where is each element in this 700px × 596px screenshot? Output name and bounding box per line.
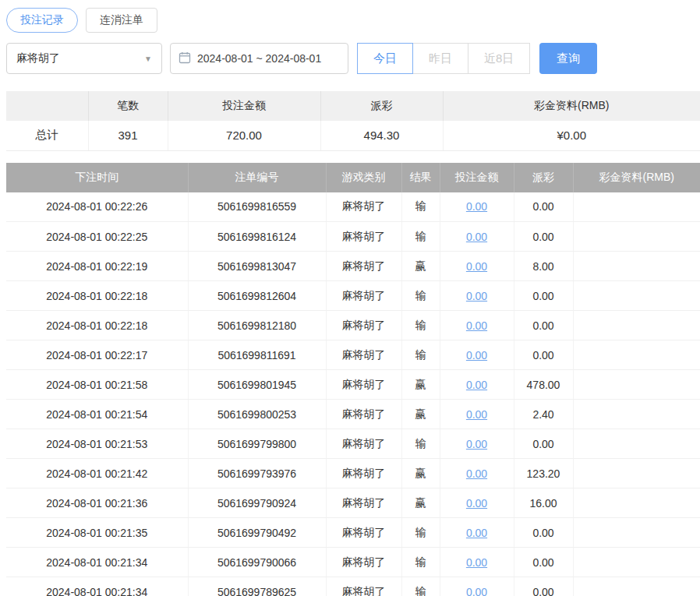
bet-records-table: 下注时间 注单编号 游戏类别 结果 投注金额 派彩 彩金资料(RMB) 2024… [6,163,700,596]
summary-header-bonus: 彩金资料(RMB) [443,91,700,121]
bet-amount-link[interactable]: 0.00 [466,556,487,569]
header-payout: 派彩 [514,163,573,192]
bet-amount-link[interactable]: 0.00 [466,349,487,361]
bet-time-cell: 2024-08-01 00:21:58 [6,370,188,400]
bet-amount-link[interactable]: 0.00 [466,497,487,510]
game-type-cell: 麻将胡了 [326,518,401,548]
bet-time-cell: 2024-08-01 00:21:36 [6,488,188,518]
bet-amount-link[interactable]: 0.00 [466,467,487,480]
table-row: 2024-08-01 00:22:175061699811691麻将胡了输0.0… [6,340,700,370]
bet-amount-link[interactable]: 0.00 [466,408,487,421]
table-row: 2024-08-01 00:22:185061699812180麻将胡了输0.0… [6,311,700,340]
game-type-cell: 麻将胡了 [326,488,401,518]
game-select-value: 麻将胡了 [16,51,60,65]
filter-bar: 麻将胡了 ▼ 2024-08-01 ~ 2024-08-01 今日 昨日 近8日… [6,43,700,74]
table-row: 2024-08-01 00:21:585061699801945麻将胡了赢0.0… [6,370,700,400]
bet-time-cell: 2024-08-01 00:22:19 [6,252,188,281]
quick-date-group: 今日 昨日 近8日 [358,43,530,74]
summary-payout-value: 494.30 [320,121,443,150]
bet-amount-link[interactable]: 0.00 [466,438,487,450]
date-range-input[interactable]: 2024-08-01 ~ 2024-08-01 [170,43,348,74]
result-cell: 输 [401,518,440,548]
bet-amount-link[interactable]: 0.00 [466,260,487,273]
bet-amount-cell: 0.00 [440,400,514,429]
table-row: 2024-08-01 00:21:365061699790924麻将胡了赢0.0… [6,488,700,518]
summary-total-label: 总计 [6,121,88,150]
table-row: 2024-08-01 00:22:195061699813047麻将胡了赢0.0… [6,252,700,281]
quick-btn-last8days[interactable]: 近8日 [468,43,530,74]
bet-time-cell: 2024-08-01 00:22:18 [6,311,188,340]
table-row: 2024-08-01 00:22:265061699816559麻将胡了输0.0… [6,192,700,222]
order-id-cell: 5061699793976 [188,459,326,488]
table-row: 2024-08-01 00:21:425061699793976麻将胡了赢0.0… [6,459,700,488]
game-type-cell: 麻将胡了 [326,548,401,577]
game-type-cell: 麻将胡了 [326,459,401,488]
bonus-cell [573,192,700,222]
bet-time-cell: 2024-08-01 00:22:26 [6,192,188,222]
payout-cell: 16.00 [514,488,573,518]
result-cell: 赢 [401,252,440,281]
payout-cell: 0.00 [514,222,573,252]
order-id-cell: 5061699812604 [188,281,326,311]
tab-bet-records[interactable]: 投注记录 [6,8,78,33]
search-button[interactable]: 查询 [539,43,597,74]
quick-btn-yesterday[interactable]: 昨日 [412,43,468,74]
bonus-cell [573,252,700,281]
result-cell: 赢 [401,370,440,400]
result-cell: 输 [401,281,440,311]
bet-amount-cell: 0.00 [440,518,514,548]
top-tabs: 投注记录 连消注单 [6,8,700,33]
header-game-type: 游戏类别 [326,163,401,192]
payout-cell: 0.00 [514,311,573,340]
page-root: 投注记录 连消注单 麻将胡了 ▼ 2024-08-01 ~ 2024-08-01… [0,0,700,596]
summary-count-value: 391 [88,121,168,150]
bet-amount-link[interactable]: 0.00 [466,586,487,596]
bonus-cell [573,488,700,518]
bet-time-cell: 2024-08-01 00:22:17 [6,340,188,370]
bet-amount-cell: 0.00 [440,548,514,577]
summary-total-row: 总计 391 720.00 494.30 ¥0.00 [6,121,700,150]
order-id-cell: 5061699800253 [188,400,326,429]
payout-cell: 0.00 [514,340,573,370]
bet-time-cell: 2024-08-01 00:21:53 [6,429,188,459]
bet-amount-link[interactable]: 0.00 [466,231,487,243]
order-id-cell: 5061699790492 [188,518,326,548]
game-type-cell: 麻将胡了 [326,281,401,311]
bet-amount-link[interactable]: 0.00 [466,527,487,539]
bet-time-cell: 2024-08-01 00:21:42 [6,459,188,488]
game-select[interactable]: 麻将胡了 ▼ [6,43,162,74]
bonus-cell [573,518,700,548]
bet-amount-cell: 0.00 [440,281,514,311]
chevron-down-icon: ▼ [144,55,152,63]
payout-cell: 2.40 [514,400,573,429]
game-type-cell: 麻将胡了 [326,252,401,281]
bet-amount-cell: 0.00 [440,340,514,370]
order-id-cell: 5061699789625 [188,577,326,596]
table-row: 2024-08-01 00:21:345061699789625麻将胡了输0.0… [6,577,700,596]
game-type-cell: 麻将胡了 [326,577,401,596]
bet-amount-cell: 0.00 [440,577,514,596]
bet-table-header-row: 下注时间 注单编号 游戏类别 结果 投注金额 派彩 彩金资料(RMB) [6,163,700,192]
bonus-cell [573,311,700,340]
header-bet-time: 下注时间 [6,163,188,192]
bet-amount-cell: 0.00 [440,488,514,518]
bonus-cell [573,459,700,488]
bet-amount-link[interactable]: 0.00 [466,379,487,391]
result-cell: 输 [401,192,440,222]
payout-cell: 0.00 [514,577,573,596]
bet-amount-link[interactable]: 0.00 [466,290,487,302]
order-id-cell: 5061699813047 [188,252,326,281]
tab-cancelled-orders[interactable]: 连消注单 [86,8,157,33]
bonus-cell [573,577,700,596]
table-row: 2024-08-01 00:21:545061699800253麻将胡了赢0.0… [6,400,700,429]
summary-bet-amount-value: 720.00 [168,121,320,150]
summary-header-count: 笔数 [88,91,168,121]
bet-amount-link[interactable]: 0.00 [466,200,487,213]
quick-btn-today[interactable]: 今日 [357,43,413,74]
bet-time-cell: 2024-08-01 00:22:25 [6,222,188,252]
bet-table-body: 2024-08-01 00:22:265061699816559麻将胡了输0.0… [6,192,700,596]
bet-time-cell: 2024-08-01 00:21:34 [6,577,188,596]
bonus-cell [573,370,700,400]
bet-amount-link[interactable]: 0.00 [466,319,487,332]
result-cell: 赢 [401,488,440,518]
